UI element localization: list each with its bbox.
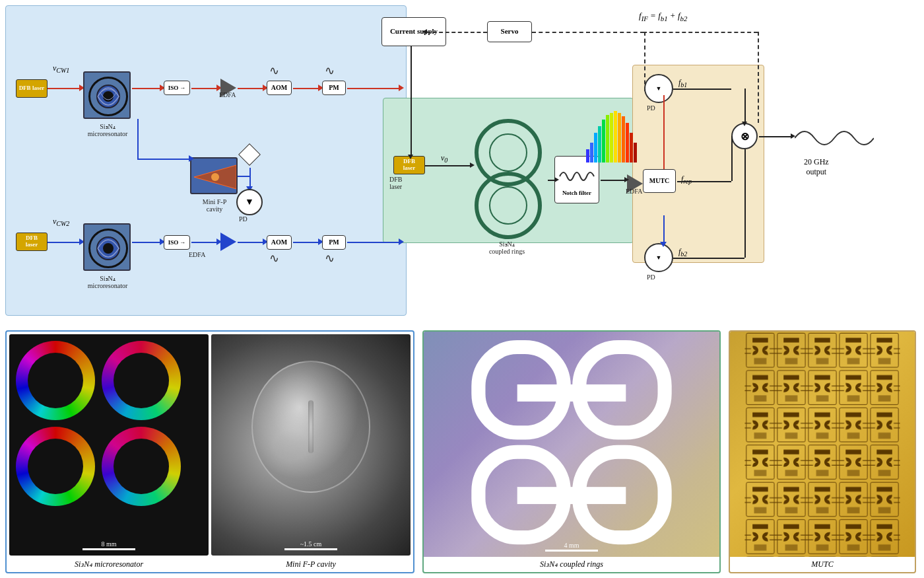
spectrum-bars (586, 110, 637, 163)
fp-cavity (190, 157, 238, 194)
svg-rect-20 (744, 332, 900, 557)
equation-label: fIF = fb1 + fb2 (639, 11, 687, 22)
svg-rect-12 (517, 384, 626, 402)
svg-point-2 (211, 173, 219, 181)
mutc-photo (730, 332, 915, 557)
servo-to-supply-arrow (422, 29, 427, 34)
servo-box: Servo (487, 21, 532, 42)
svg-rect-13 (517, 487, 626, 504)
fp-cavity-photo: ~1.5 cm (211, 334, 411, 556)
aom-box-1: AOM (267, 81, 292, 95)
aom-box-2: AOM (267, 235, 292, 250)
scale-bar-rings (545, 550, 598, 552)
pd-mid-label: PD (239, 215, 248, 223)
pd-top-to-mixer-arrowhead (742, 122, 747, 126)
mutc-svg (730, 332, 915, 557)
edfa1-label: EDFA (219, 91, 236, 98)
v0-label: ν0 (441, 153, 447, 164)
dfb3-text: DFBlaser (403, 159, 416, 172)
feedback-dashed-v (758, 32, 759, 123)
pm2-to-rings-arrow (347, 242, 400, 243)
microres2-label: Si₃N₄microresonator (78, 275, 137, 289)
notch-to-edfa3-arrowhead (624, 177, 629, 182)
scale-label-microres: 8 mm (101, 540, 116, 548)
pm2-to-rings-arrowhead (399, 238, 404, 245)
mixer-to-output-arrow (759, 136, 792, 137)
iso1-to-edfa-arrow (191, 88, 218, 89)
servo-to-supply-line (426, 32, 487, 33)
dfb-laser-1: DFB laser (16, 79, 48, 98)
pm-box-1: PM (322, 81, 346, 95)
panel-images-row: 8 mm ~1.5 cm (7, 332, 413, 558)
edfa3-label: EDFA (626, 188, 642, 195)
dfb3-to-rings-arrow (425, 165, 471, 166)
mutc-label: MUTC (649, 177, 670, 185)
pm1-label: PM (329, 84, 339, 92)
coupled-rings-drawing (469, 110, 548, 242)
microresonator-2 (83, 223, 131, 271)
pd-bottom: ▼ (644, 243, 673, 272)
coupled-rings-photo: 4 mm (424, 332, 719, 557)
rings-to-notch-arrowhead (554, 177, 559, 182)
fb1-label: fb1 (678, 78, 687, 89)
sine-2-top: ∿ (325, 63, 335, 78)
pd-top-to-mixer-v (744, 89, 746, 123)
sine-1-top: ∿ (269, 63, 279, 78)
notch-to-edfa3-arrow (601, 180, 626, 181)
v-cw1-label: νCW1 (53, 63, 69, 74)
microresonator-1 (83, 71, 131, 119)
pd-top-label: PD (647, 104, 655, 112)
pd-top: ▼ (644, 74, 673, 103)
pd-top-arrow: ▼ (656, 85, 662, 92)
aom2-to-pm2-arrow (293, 242, 319, 243)
dfb1-arrow (48, 88, 81, 89)
frep-label: frep (681, 174, 692, 185)
caption-fp: Mini F-P cavity (211, 560, 411, 569)
pm1-to-rings-arrowhead (399, 85, 404, 91)
scale-label-rings: 4 mm (564, 542, 579, 549)
aom1-label: AOM (271, 84, 287, 92)
iso-box-1: ISO → (164, 81, 190, 95)
pd-top-to-mixer-h (673, 89, 731, 90)
microres-photo: 8 mm (9, 334, 209, 556)
blue-v-to-det (663, 215, 665, 243)
caption-rings: Si₃N₄ coupled rings (424, 557, 719, 572)
iso1-label: ISO (168, 85, 179, 92)
pm2-label: PM (329, 238, 339, 246)
feedback-dashed-h2 (643, 32, 758, 33)
pd-bot-to-right-h (673, 258, 744, 259)
svg-point-6 (490, 187, 527, 224)
pbs-to-pd-arrow (249, 168, 251, 188)
panel-microres-fp: 8 mm ~1.5 cm Si₃N₄ microresonator Mini F… (5, 330, 414, 573)
dfb3-label: DFBlaser (389, 176, 402, 190)
blue-v-to-det-arrowhead (660, 242, 667, 247)
iso2-to-edfa-arrow (191, 242, 218, 243)
edfa2-to-aom-arrow (238, 242, 264, 243)
edfa2-text-label: EDFA (189, 251, 205, 258)
coupled-rings-svg (424, 332, 719, 557)
edfa-2 (220, 233, 236, 251)
iso2-label: ISO (168, 239, 179, 246)
microres1-to-iso-arrow (132, 88, 161, 89)
dfb-laser-2: DFBlaser (16, 233, 48, 251)
aom2-label: AOM (271, 238, 287, 246)
servo-label: Servo (501, 27, 519, 36)
mutc-box: MUTC (643, 169, 676, 193)
feedback-line-h (532, 32, 644, 33)
edfa1-to-aom-arrow (238, 88, 264, 89)
microres1-label: Si₃N₄microresonator (78, 123, 137, 137)
aom1-to-pm-arrow (293, 88, 319, 89)
iso-box-2: ISO → (164, 235, 190, 250)
pm-box-2: PM (322, 235, 346, 250)
bottom-panels-row: 8 mm ~1.5 cm Si₃N₄ microresonator Mini F… (5, 330, 916, 573)
mixer-symbol: ⊗ (731, 123, 758, 149)
dfb2-text: DFBlaser (26, 235, 38, 248)
blue-v-to-fp (137, 119, 139, 160)
notch-filter-label: Notch filter (562, 190, 591, 197)
microres2-to-iso (132, 242, 161, 243)
red-v-to-det (663, 95, 665, 169)
sine-1-bot: ∿ (269, 251, 279, 266)
caption-microres: Si₃N₄ microresonator (9, 560, 209, 569)
dfb2-arrow (48, 242, 81, 243)
scale-bar-fp (284, 548, 337, 550)
